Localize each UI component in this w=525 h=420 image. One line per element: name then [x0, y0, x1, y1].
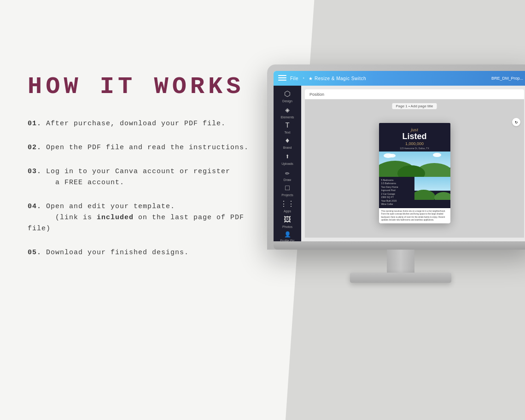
step-3: 03. Log in to your Canva account or regi…: [28, 166, 258, 188]
mini-hill-2: [434, 192, 450, 200]
sidebar-design[interactable]: ⬡ Design: [278, 89, 297, 103]
uploads-icon: ⬆: [285, 152, 290, 161]
middle-landscape: [414, 177, 450, 200]
brand-label: Brand: [283, 146, 292, 149]
apps-label: Apps: [284, 210, 291, 213]
hamburger-icon[interactable]: [278, 75, 286, 82]
middle-section: 5 Bedrooms 3.5 Bathrooms Two Story Home …: [379, 177, 450, 208]
projects-label: Projects: [281, 193, 293, 197]
step-5: 05. Download your finished designs.: [28, 247, 258, 258]
monitor-screen: File • ★ Resize & Magic Switch BRE_DM_Pr…: [274, 71, 525, 241]
draw-icon: ✏: [285, 168, 290, 177]
sidebar-brand[interactable]: ♦ Brand: [278, 137, 297, 149]
photos-label: Photos: [282, 225, 292, 228]
steps-list: 01. After purchase, download your PDF fi…: [28, 118, 258, 258]
elements-icon: ◈: [285, 105, 290, 115]
description-text: This stunning luxurious home sits on a l…: [381, 210, 448, 222]
mini-hill-1: [414, 190, 435, 200]
canva-resize-btn[interactable]: ★ Resize & Magic Switch: [309, 76, 366, 81]
elements-label: Elements: [280, 116, 294, 119]
canva-body: ⬡ Design ◈ Elements T Text ♦ Brand: [274, 86, 525, 241]
sidebar-text[interactable]: T Text: [278, 122, 297, 134]
sidebar-apps[interactable]: ⋮⋮ Apps: [278, 199, 297, 213]
position-bar: Position: [305, 89, 524, 99]
step-3-number: 03.: [28, 168, 41, 175]
monitor-neck: [387, 250, 414, 273]
step-5-text: Download your finished designs.: [46, 249, 189, 257]
canva-topbar: File • ★ Resize & Magic Switch BRE_DM_Pr…: [274, 71, 525, 86]
text-label: Text: [285, 131, 291, 134]
landscape-illustration: [379, 152, 450, 177]
sidebar-photos[interactable]: 🖼 Photos: [278, 216, 297, 228]
monitor-outer: File • ★ Resize & Magic Switch BRE_DM_Pr…: [267, 64, 525, 250]
step-1: 01. After purchase, download your PDF fi…: [28, 118, 258, 129]
price-text: 1,000,000: [383, 141, 447, 146]
listed-text: Listed: [383, 132, 447, 140]
address-text: 123 Awesome Dr, Dallas, TX: [383, 147, 447, 150]
left-content-area: HOW IT WORKS 01. After purchase, downloa…: [0, 0, 286, 420]
step-5-number: 05.: [28, 249, 41, 257]
step-2-number: 02.: [28, 144, 41, 152]
topbar-divider: •: [302, 76, 305, 81]
design-card-header: just Listed 1,000,000 123 Awesome Dr, Da…: [379, 123, 450, 152]
text-icon: T: [285, 122, 290, 130]
mini-sky: [414, 177, 450, 191]
canva-sidebar: ⬡ Design ◈ Elements T Text ♦ Brand: [274, 86, 301, 241]
sidebar-elements[interactable]: ◈ Elements: [278, 105, 297, 119]
canvas-area[interactable]: Page 1 • Add page title ↻ just Listed 1,…: [305, 99, 524, 238]
step-4-text: Open and edit your template. (link is in…: [28, 203, 244, 233]
step-4-number: 04.: [28, 203, 41, 210]
monitor-base: [350, 273, 451, 283]
profile-pic-label: Profile Pic: [280, 239, 295, 241]
sidebar-uploads[interactable]: ⬆ Uploads: [278, 152, 297, 165]
cloud-2: [389, 154, 396, 158]
design-icon: ⬡: [284, 89, 291, 99]
step-2-text: Open the PDF file and read the instructi…: [46, 144, 249, 152]
monitor-mockup: File • ★ Resize & Magic Switch BRE_DM_Pr…: [267, 64, 525, 283]
step-4: 04. Open and edit your template. (link i…: [28, 201, 258, 234]
description-section: This stunning luxurious home sits on a l…: [379, 208, 450, 223]
refresh-icon[interactable]: ↻: [512, 118, 520, 126]
cloud-3: [433, 153, 441, 157]
step-1-number: 01.: [28, 120, 41, 128]
page-label: Page 1 • Add page title: [396, 104, 433, 108]
section-title: HOW IT WORKS: [28, 74, 258, 100]
canva-filename: BRE_DM_Prop...: [491, 76, 523, 81]
page-label-bar: Page 1 • Add page title: [392, 103, 437, 109]
canva-file-menu[interactable]: File: [290, 76, 298, 81]
step-1-text: After purchase, download your PDF file.: [46, 120, 226, 128]
apps-icon: ⋮⋮: [280, 199, 295, 209]
position-label: Position: [309, 92, 324, 97]
step-2: 02. Open the PDF file and read the instr…: [28, 142, 258, 153]
step-3-text: Log in to your Canva account or register…: [28, 168, 230, 187]
photos-icon: 🖼: [284, 216, 291, 224]
features-list: 5 Bedrooms 3.5 Bathrooms Two Story Home …: [379, 177, 415, 208]
uploads-label: Uploads: [281, 162, 293, 165]
profile-pic-icon: 👤: [284, 231, 291, 238]
features-text: 5 Bedrooms 3.5 Bathrooms Two Story Home …: [381, 179, 413, 206]
sidebar-projects[interactable]: □ Projects: [278, 184, 297, 197]
canva-main-area: Position Page 1 • Add page title ↻ just …: [301, 86, 525, 241]
sidebar-profile-pic[interactable]: 👤 Profile Pic: [278, 231, 297, 241]
design-label: Design: [282, 99, 292, 103]
brand-icon: ♦: [285, 137, 290, 145]
draw-label: Draw: [284, 178, 291, 181]
projects-icon: □: [285, 184, 290, 192]
design-card: just Listed 1,000,000 123 Awesome Dr, Da…: [379, 123, 450, 223]
monitor-chin: [274, 241, 525, 250]
sidebar-draw[interactable]: ✏ Draw: [278, 168, 297, 181]
